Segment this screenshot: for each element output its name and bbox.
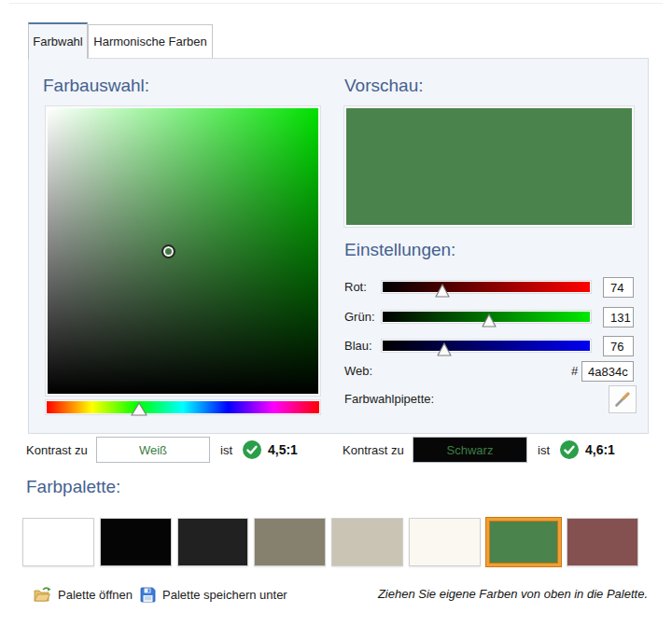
eyedropper-icon — [613, 390, 632, 409]
einstellungen-heading: Einstellungen: — [344, 240, 455, 260]
tab-farbwahl[interactable]: Farbwahl — [28, 22, 88, 59]
farbauswahl-heading: Farbauswahl: — [43, 76, 149, 96]
eyedropper-button[interactable] — [609, 385, 637, 413]
contrast-verb: ist — [220, 443, 232, 457]
farbpalette-heading: Farbpalette: — [26, 477, 120, 497]
vorschau-heading: Vorschau: — [344, 76, 424, 96]
green-value-input[interactable] — [603, 307, 634, 327]
palette-swatch-taupe[interactable] — [254, 518, 326, 566]
red-slider[interactable] — [382, 281, 591, 293]
green-slider-thumb[interactable] — [482, 314, 497, 327]
color-preview — [344, 106, 634, 227]
tab-harmonische-farben[interactable]: Harmonische Farben — [88, 24, 213, 59]
blue-slider-thumb[interactable] — [437, 342, 452, 356]
farbwahl-panel: Farbauswahl: Vorschau: Einstellungen: Ro… — [28, 58, 649, 434]
window-top-divider — [9, 3, 663, 4]
check-pass-icon — [560, 440, 579, 459]
open-folder-icon — [34, 587, 51, 603]
green-slider[interactable] — [382, 311, 591, 323]
pipette-label: Farbwahlpipette: — [344, 392, 434, 406]
blue-value-input[interactable] — [603, 336, 634, 356]
contrast-target-black-button[interactable]: Schwarz — [413, 437, 527, 463]
save-floppy-icon — [140, 587, 156, 603]
red-slider-thumb[interactable] — [435, 284, 450, 298]
web-hash-prefix: # — [571, 364, 578, 378]
check-pass-icon — [243, 440, 261, 459]
palette-swatch-white[interactable] — [22, 518, 94, 566]
contrast-ratio: 4,6:1 — [585, 442, 615, 457]
blue-slider-row: Blau: — [344, 336, 634, 358]
palette-swatch-green[interactable] — [486, 518, 562, 566]
contrast-label: Kontrast zu — [26, 443, 96, 457]
open-palette-label: Palette öffnen — [58, 588, 133, 602]
red-slider-row: Rot: — [344, 277, 634, 300]
palette-swatch-row — [22, 518, 638, 566]
hue-slider-thumb[interactable] — [131, 402, 147, 416]
web-hex-input[interactable] — [581, 361, 634, 382]
hue-slider[interactable] — [46, 400, 320, 414]
contrast-verb: ist — [538, 443, 550, 457]
color-cursor[interactable] — [161, 244, 175, 258]
saturation-value-field[interactable] — [46, 106, 320, 396]
save-palette-label: Palette speichern unter — [162, 588, 287, 602]
red-value-input[interactable] — [603, 277, 634, 298]
contrast-ratio: 4,5:1 — [268, 442, 298, 457]
green-slider-label: Grün: — [344, 310, 375, 324]
green-slider-row: Grün: — [344, 307, 634, 329]
save-palette-button[interactable]: Palette speichern unter — [140, 583, 287, 606]
palette-swatch-dark-gray[interactable] — [177, 518, 249, 566]
blue-slider-label: Blau: — [344, 339, 372, 353]
drag-hint-text: Ziehen Sie eigene Farben von oben in die… — [378, 587, 648, 601]
color-picker-window: Farbwahl Harmonische Farben Farbauswahl:… — [0, 0, 672, 627]
palette-swatch-beige[interactable] — [331, 518, 403, 566]
palette-swatch-maroon[interactable] — [567, 518, 638, 566]
contrast-row-black: Kontrast zu Schwarz ist 4,6:1 — [343, 436, 615, 464]
blue-slider[interactable] — [382, 340, 591, 352]
palette-swatch-off-white[interactable] — [409, 518, 481, 566]
contrast-label: Kontrast zu — [343, 443, 413, 457]
open-palette-button[interactable]: Palette öffnen — [34, 583, 133, 606]
palette-swatch-black[interactable] — [100, 518, 172, 566]
contrast-target-white-button[interactable]: Weiß — [96, 437, 210, 463]
web-label: Web: — [344, 364, 372, 378]
contrast-row-white: Kontrast zu Weiß ist 4,5:1 — [26, 436, 298, 464]
red-slider-label: Rot: — [344, 280, 367, 294]
